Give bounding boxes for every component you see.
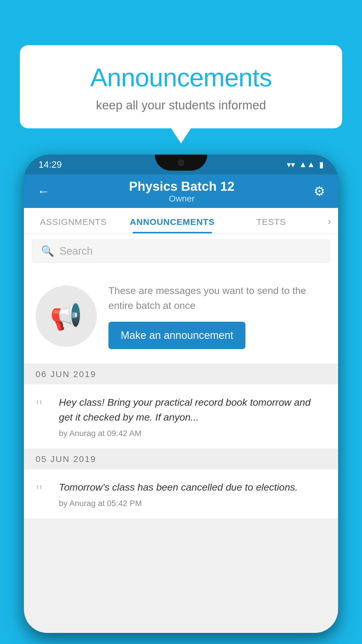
empty-state-right: These are messages you want to send to t… <box>108 283 326 349</box>
phone-body: 14:29 ▾▾ ▲▲ ▮ ← Physics Batch 12 Owner ⚙ <box>24 155 338 633</box>
search-icon: 🔍 <box>41 245 54 257</box>
front-camera <box>178 160 184 166</box>
announcement-content-2: Tomorrow's class has been cancelled due … <box>59 480 326 508</box>
tab-announcements[interactable]: ANNOUNCEMENTS <box>123 217 222 233</box>
bubble-title: Announcements <box>43 63 319 92</box>
phone-notch <box>155 155 207 171</box>
speech-bubble-section: Announcements keep all your students inf… <box>20 45 342 128</box>
tab-more[interactable]: › <box>321 216 338 233</box>
empty-icon-circle: 📢 <box>36 286 97 347</box>
tab-tests[interactable]: TESTS <box>222 217 321 233</box>
announcement-text-1: Hey class! Bring your practical record b… <box>59 395 326 425</box>
quote-icon-1: " <box>36 397 50 415</box>
quote-icon-2: " <box>36 482 50 500</box>
phone-screen: 14:29 ▾▾ ▲▲ ▮ ← Physics Batch 12 Owner ⚙ <box>24 155 338 633</box>
tab-assignments[interactable]: ASSIGNMENTS <box>24 217 123 233</box>
date-divider-1: 06 JUN 2019 <box>24 364 338 384</box>
announcement-meta-1: by Anurag at 09:42 AM <box>59 429 326 438</box>
announcement-text-2: Tomorrow's class has been cancelled due … <box>59 480 326 495</box>
status-icons: ▾▾ ▲▲ ▮ <box>287 160 324 169</box>
wifi-icon: ▾▾ <box>287 160 295 169</box>
announcement-item-1[interactable]: " Hey class! Bring your practical record… <box>24 384 338 449</box>
search-area: 🔍 Search <box>24 234 338 269</box>
date-divider-2: 05 JUN 2019 <box>24 449 338 469</box>
search-placeholder: Search <box>59 245 93 257</box>
empty-state-description: These are messages you want to send to t… <box>108 283 326 313</box>
bubble-subtitle: keep all your students informed <box>43 98 319 112</box>
app-header: ← Physics Batch 12 Owner ⚙ <box>24 174 338 208</box>
screen-content: 🔍 Search 📢 These are messages you want t… <box>24 234 338 633</box>
search-bar[interactable]: 🔍 Search <box>32 239 330 263</box>
batch-role: Owner <box>129 194 235 204</box>
gear-icon[interactable]: ⚙ <box>314 184 325 199</box>
megaphone-icon: 📢 <box>50 301 82 332</box>
back-button[interactable]: ← <box>37 184 50 199</box>
announcement-item-2[interactable]: " Tomorrow's class has been cancelled du… <box>24 469 338 519</box>
tabs-bar: ASSIGNMENTS ANNOUNCEMENTS TESTS › <box>24 208 338 234</box>
announcement-meta-2: by Anurag at 05:42 PM <box>59 499 326 508</box>
announcement-content-1: Hey class! Bring your practical record b… <box>59 395 326 438</box>
make-announcement-button[interactable]: Make an announcement <box>108 322 245 349</box>
battery-icon: ▮ <box>319 160 324 169</box>
speech-bubble: Announcements keep all your students inf… <box>20 45 342 128</box>
batch-title: Physics Batch 12 <box>129 179 235 194</box>
status-time: 14:29 <box>38 159 62 170</box>
signal-icon: ▲▲ <box>299 160 315 169</box>
phone-mockup: 14:29 ▾▾ ▲▲ ▮ ← Physics Batch 12 Owner ⚙ <box>24 155 338 644</box>
header-center: Physics Batch 12 Owner <box>129 179 235 204</box>
empty-state: 📢 These are messages you want to send to… <box>24 269 338 364</box>
